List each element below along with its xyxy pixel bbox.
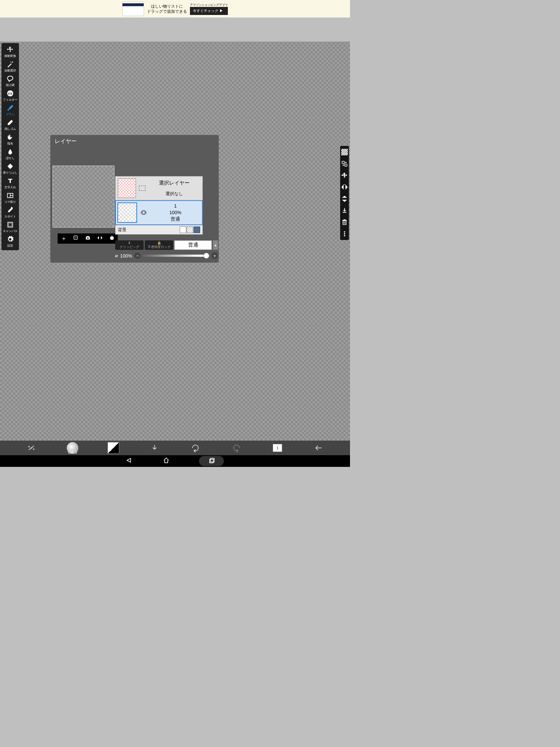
brush-size-button[interactable]: 936.0 — [65, 442, 80, 454]
rt-delete-icon[interactable] — [341, 219, 348, 225]
eraser-icon — [7, 119, 14, 127]
tool-panel[interactable]: コマ割り — [1, 190, 19, 205]
svg-text:+: + — [74, 236, 76, 239]
tool-canvas[interactable]: キャンバス — [1, 220, 19, 234]
clear-icon[interactable] — [109, 235, 115, 242]
nav-recent-button[interactable] — [199, 456, 224, 466]
tool-lasso[interactable]: 投げ縄 — [1, 74, 19, 88]
wand-icon — [7, 60, 14, 68]
selection-layer-status: 選択なし — [148, 191, 200, 197]
duplicate-layer-icon[interactable]: + — [73, 235, 79, 242]
ad-banner[interactable]: ほしい物リストに ドラッグで追加できる アマゾンショッピングアプリ 今すぐチェッ… — [0, 0, 350, 18]
visibility-icon[interactable] — [140, 210, 147, 215]
layer-panel-title: レイヤー — [50, 135, 219, 148]
svg-rect-11 — [345, 164, 347, 166]
svg-point-13 — [344, 233, 345, 235]
tool-move[interactable]: 移動変形 — [1, 44, 19, 59]
add-layer-icon[interactable]: ＋ — [61, 235, 67, 243]
rt-move-icon[interactable] — [341, 172, 348, 179]
rt-transparency-icon[interactable] — [341, 149, 348, 155]
blend-mode-caret-icon[interactable]: ▲ — [213, 240, 218, 250]
color-button[interactable] — [106, 442, 121, 454]
right-toolbar — [340, 146, 349, 240]
layer-1-row[interactable]: 1 100% 普通 — [115, 200, 203, 225]
tool-eraser[interactable]: 消しゴム — [1, 117, 19, 132]
svg-point-12 — [344, 231, 345, 232]
selection-thumb — [118, 178, 136, 198]
canvas-icon — [7, 221, 14, 229]
clipping-button[interactable]: ⬇ クリッピング — [115, 240, 144, 250]
background-row[interactable]: 背景 — [115, 225, 203, 235]
svg-rect-6 — [9, 223, 12, 226]
tool-eyedropper[interactable]: スポイト — [1, 205, 19, 220]
selection-layer-row[interactable]: 選択レイヤー 選択なし — [115, 176, 203, 200]
svg-rect-5 — [8, 222, 12, 227]
rt-merge-down-icon[interactable] — [341, 207, 348, 214]
background-label: 背景 — [118, 227, 127, 233]
brush-size-value: 936.0 — [68, 450, 77, 454]
tool-fill[interactable]: 塗りつぶし — [1, 161, 19, 176]
ad-subtext: アマゾンショッピングアプリ 今すぐチェック ▶ — [190, 3, 228, 15]
svg-point-9 — [87, 237, 89, 239]
alpha-plus-button[interactable]: + — [211, 252, 218, 259]
eyedropper-icon — [7, 206, 14, 214]
left-toolbar: 移動変形 自動選択 投げ縄 FX フィルター ブラシ 消しゴム 指先 ぼかし 塗… — [1, 43, 19, 250]
svg-rect-16 — [211, 458, 214, 462]
layers-badge-icon: 1 — [273, 444, 282, 452]
layer-list: 選択レイヤー 選択なし 1 100% 普通 背景 — [115, 176, 203, 235]
alpha-symbol: α — [115, 253, 118, 259]
nav-back-button[interactable] — [126, 457, 133, 465]
tool-filter[interactable]: FX フィルター — [1, 88, 19, 103]
selection-layer-title: 選択レイヤー — [148, 180, 200, 186]
panel-icon — [7, 191, 14, 200]
tool-settings[interactable]: 設定 — [1, 234, 19, 249]
layer-actions-bar: ＋ + — [58, 233, 118, 244]
tool-magic-wand[interactable]: 自動選択 — [1, 59, 19, 74]
svg-rect-10 — [342, 161, 344, 163]
back-button[interactable] — [311, 442, 326, 454]
alpha-slider[interactable] — [143, 255, 209, 257]
ad-text: ほしい物リストに ドラッグで追加できる — [147, 4, 187, 14]
layer-1-blend: 普通 — [150, 216, 201, 222]
bucket-icon — [7, 162, 14, 170]
selection-marquee-icon — [139, 186, 145, 191]
layers-button[interactable]: 1 — [270, 442, 285, 454]
color-gradient-icon — [108, 442, 119, 454]
text-icon — [7, 177, 14, 185]
rt-flip-horizontal-icon[interactable] — [341, 184, 348, 190]
alpha-lock-button[interactable]: 🔒 不透明度ロック — [145, 240, 173, 250]
redo-button[interactable] — [229, 442, 244, 454]
alpha-slider-knob[interactable] — [203, 253, 209, 259]
bg-swatch-transparent[interactable] — [187, 227, 193, 233]
alpha-slider-row: α 100% − + — [115, 252, 218, 260]
camera-icon[interactable] — [85, 235, 91, 242]
layer-options-row: ⬇ クリッピング 🔒 不透明度ロック 普通 ▲ — [115, 240, 218, 250]
tool-finger[interactable]: 指先 — [1, 132, 19, 147]
blur-drop-icon — [7, 148, 14, 156]
tool-brush[interactable]: ブラシ — [1, 103, 19, 117]
undo-button[interactable] — [188, 442, 203, 454]
alpha-minus-button[interactable]: − — [134, 252, 141, 259]
tool-blur[interactable]: ぼかし — [1, 147, 19, 161]
brush-swap-button[interactable] — [24, 442, 39, 454]
ad-cta-button[interactable]: 今すぐチェック ▶ — [190, 7, 228, 15]
ad-phone-image — [122, 1, 144, 16]
toolbar-gap — [0, 18, 350, 42]
lasso-icon — [7, 75, 14, 83]
bg-swatch-solid[interactable] — [194, 227, 200, 233]
nav-home-button[interactable] — [163, 457, 170, 465]
android-nav-bar — [0, 455, 350, 467]
rt-reorder-icon[interactable] — [341, 160, 348, 167]
blend-mode-select[interactable]: 普通 — [174, 240, 212, 250]
layer-preview[interactable] — [52, 166, 114, 228]
clip-down-icon: ⬇ — [128, 241, 131, 245]
flip-h-icon[interactable] — [97, 235, 103, 242]
rt-more-icon[interactable] — [341, 231, 348, 237]
save-button[interactable] — [147, 442, 162, 454]
layer-1-name: 1 — [150, 203, 201, 209]
rt-flip-vertical-icon[interactable] — [341, 196, 348, 202]
fx-icon: FX — [7, 89, 14, 97]
bg-swatch-white[interactable] — [180, 227, 186, 233]
finger-icon — [7, 133, 14, 141]
tool-text[interactable]: 文字入れ — [1, 176, 19, 190]
